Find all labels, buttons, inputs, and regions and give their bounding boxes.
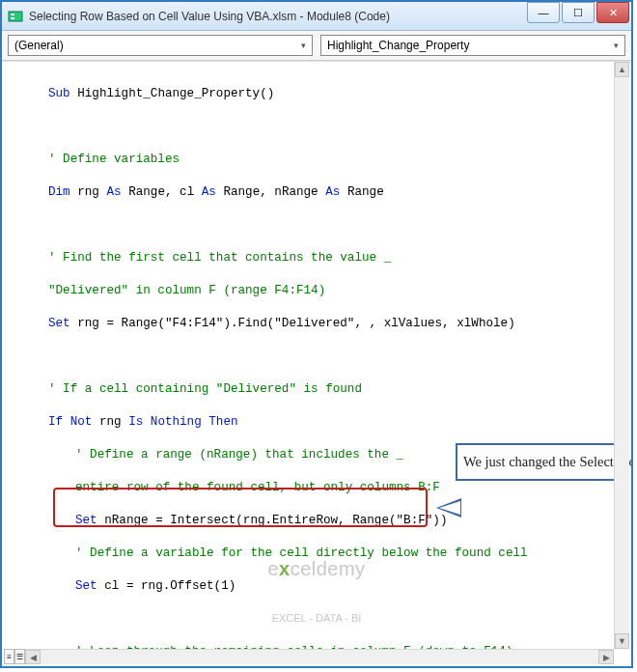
callout-tail xyxy=(436,498,461,518)
svg-rect-0 xyxy=(9,12,22,21)
window-controls: — ☐ ✕ xyxy=(527,2,631,23)
view-toggle: ≡ ☰ xyxy=(4,649,25,664)
scroll-right-icon[interactable]: ▶ xyxy=(598,650,614,664)
minimize-button[interactable]: — xyxy=(527,2,560,23)
close-button[interactable]: ✕ xyxy=(596,2,629,23)
object-dropdown-value: (General) xyxy=(14,39,64,52)
annotation-callout: We just changed the Select property to I… xyxy=(456,443,618,481)
vertical-scrollbar[interactable]: ▲ ▼ xyxy=(614,62,629,649)
procedure-dropdown-value: Highlight_Change_Property xyxy=(327,39,469,52)
app-icon xyxy=(8,9,23,24)
procedure-view-button[interactable]: ≡ xyxy=(4,649,14,664)
chevron-down-icon: ▾ xyxy=(614,41,619,50)
chevron-down-icon: ▾ xyxy=(301,41,306,50)
object-dropdown[interactable]: (General) ▾ xyxy=(8,35,313,56)
svg-rect-1 xyxy=(11,14,14,15)
scroll-down-icon[interactable]: ▼ xyxy=(615,633,629,649)
scroll-left-icon[interactable]: ◀ xyxy=(25,650,41,664)
vbe-window: Selecting Row Based on Cell Value Using … xyxy=(0,0,633,668)
object-proc-dropdowns: (General) ▾ Highlight_Change_Property ▾ xyxy=(2,31,631,61)
titlebar: Selecting Row Based on Cell Value Using … xyxy=(2,2,631,31)
procedure-dropdown[interactable]: Highlight_Change_Property ▾ xyxy=(320,35,625,56)
maximize-button[interactable]: ☐ xyxy=(562,2,595,23)
window-title: Selecting Row Based on Cell Value Using … xyxy=(29,10,390,23)
horizontal-scrollbar[interactable]: ◀ ▶ xyxy=(25,649,614,664)
code-editor[interactable]: Sub Highlight_Change_Property() ' Define… xyxy=(2,61,631,665)
full-module-view-button[interactable]: ☰ xyxy=(14,649,25,664)
svg-rect-2 xyxy=(11,17,14,19)
scroll-up-icon[interactable]: ▲ xyxy=(615,62,629,77)
